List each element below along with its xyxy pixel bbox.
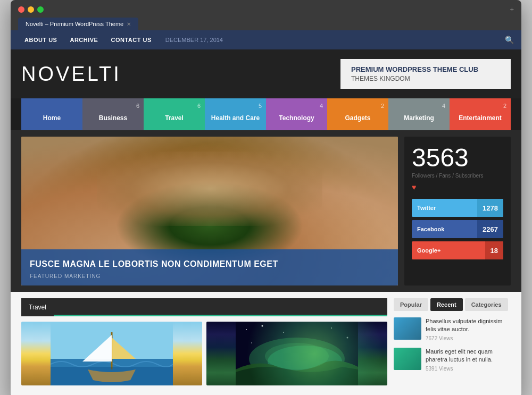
social-label: Followers / Fans / Subscribers (412, 173, 503, 179)
cat-health[interactable]: 5 Health and Care (205, 98, 266, 130)
featured-tag: FEATURED MARKETING (30, 273, 389, 279)
svg-rect-26 (51, 367, 173, 385)
sidebar-item-title-2: Mauris eget elit nec quam pharetra luctu… (426, 348, 511, 364)
sidebar-item-title-1: Phasellus vulputate dignissim felis vita… (426, 317, 511, 334)
lower-section: Travel (11, 292, 521, 395)
site-header: NOVELTI PREMIUM WORDPRESS THEME CLUB THE… (11, 49, 521, 98)
twitter-count: 1278 (477, 199, 503, 217)
featured-post[interactable]: FUSCE MAGNA LE LOBORTIS NON CONDIMENTUM … (21, 137, 398, 285)
sidebar-tabs: Popular Recent Categories (394, 298, 511, 311)
tab-label: Novelti – Premium WordPress Theme (26, 21, 123, 27)
travel-thumb-space[interactable] (206, 322, 387, 385)
svg-point-35 (268, 346, 342, 377)
twitter-row[interactable]: Twitter 1278 (412, 199, 503, 217)
travel-thumb-sailing[interactable] (21, 322, 202, 385)
space-illustration (206, 322, 387, 385)
cat-tech-count: 4 (320, 103, 323, 109)
tab-recent[interactable]: Recent (430, 298, 463, 311)
minimize-dot[interactable] (28, 6, 34, 13)
browser-chrome: + Novelti – Premium WordPress Theme ✕ (11, 0, 521, 30)
close-dot[interactable] (18, 6, 24, 13)
cat-marketing-count: 4 (442, 103, 445, 109)
nav-archive[interactable]: ARCHIVE (63, 30, 104, 49)
cat-travel-count: 6 (197, 103, 201, 109)
facebook-count: 2267 (477, 220, 503, 238)
nav-contact[interactable]: CONTACT US (104, 30, 157, 49)
cat-marketing[interactable]: 4 Marketing (388, 98, 450, 130)
browser-tabs: Novelti – Premium WordPress Theme ✕ (18, 18, 514, 30)
ad-title: PREMIUM WORDPRESS THEME CLUB (351, 65, 500, 73)
nav-links: ABOUT US ARCHIVE CONTACT US (18, 30, 158, 49)
maximize-dot[interactable] (37, 6, 44, 13)
svg-point-30 (283, 332, 284, 333)
cat-home-label: Home (43, 114, 61, 122)
svg-point-9 (182, 221, 216, 250)
cat-business-label: Business (99, 114, 127, 122)
nav-date: DECEMBER 17, 2014 (165, 37, 223, 43)
svg-point-32 (347, 337, 348, 339)
top-nav: ABOUT US ARCHIVE CONTACT US DECEMBER 17,… (11, 30, 521, 49)
svg-point-34 (249, 338, 345, 380)
cat-tech[interactable]: 4 Technology (266, 98, 327, 130)
sidebar-thumb-2 (394, 348, 421, 370)
cat-health-count: 5 (259, 103, 262, 109)
tab-close-icon[interactable]: ✕ (127, 21, 131, 27)
ad-subtitle: THEMES KINGDOM (351, 75, 500, 82)
featured-title: FUSCE MAGNA LE LOBORTIS NON CONDIMENTUM … (30, 259, 389, 270)
sidebar-item-2[interactable]: Mauris eget elit nec quam pharetra luctu… (394, 348, 511, 372)
social-total-count: 3563 (412, 145, 503, 171)
cat-entertainment-count: 2 (503, 103, 506, 109)
active-tab[interactable]: Novelti – Premium WordPress Theme ✕ (18, 18, 138, 30)
cat-health-label: Health and Care (211, 114, 260, 122)
cat-travel-label: Travel (165, 114, 184, 122)
google-row[interactable]: Google+ 18 (412, 241, 503, 259)
tab-categories[interactable]: Categories (465, 298, 508, 311)
cat-gadgets-count: 2 (381, 103, 384, 109)
nav-about[interactable]: ABOUT US (18, 30, 63, 49)
travel-grid (21, 322, 387, 385)
cat-entertainment[interactable]: 2 Entertainment (450, 98, 511, 130)
google-label: Google+ (412, 247, 485, 254)
cat-entertainment-label: Entertainment (459, 114, 502, 122)
browser-controls: + (18, 5, 514, 13)
svg-point-10 (210, 216, 244, 245)
category-nav: Home 6 Business 6 Travel 5 Health and Ca… (11, 98, 521, 130)
travel-accent (54, 315, 387, 316)
main-content: FUSCE MAGNA LE LOBORTIS NON CONDIMENTUM … (11, 130, 521, 292)
article-sidebar: Popular Recent Categories Phasellus vulp… (394, 298, 511, 392)
facebook-row[interactable]: Facebook 2267 (412, 220, 503, 238)
search-icon[interactable]: 🔍 (505, 36, 514, 44)
sidebar-item-meta-2: 5391 Views (426, 366, 511, 372)
svg-point-28 (246, 329, 247, 330)
browser-window: + Novelti – Premium WordPress Theme ✕ AB… (11, 0, 521, 395)
travel-section-label: Travel (21, 304, 54, 311)
sidebar-item-text-1: Phasellus vulputate dignissim felis vita… (426, 317, 511, 341)
cat-home[interactable]: Home (21, 98, 82, 130)
cat-marketing-label: Marketing (404, 114, 434, 122)
sailing-illustration (21, 322, 202, 385)
svg-rect-27 (236, 322, 358, 385)
facebook-label: Facebook (412, 226, 477, 232)
site-logo: NOVELTI (21, 63, 121, 86)
new-tab-button[interactable]: + (510, 5, 514, 13)
sidebar-thumb-1 (394, 317, 421, 340)
google-count: 18 (485, 241, 503, 259)
svg-point-11 (196, 213, 223, 230)
cat-business-count: 6 (136, 103, 139, 109)
travel-header: Travel (21, 298, 387, 316)
travel-section: Travel (21, 298, 387, 392)
tab-popular[interactable]: Popular (394, 298, 428, 311)
cat-gadgets[interactable]: 2 Gadgets (327, 98, 388, 130)
cat-tech-label: Technology (279, 114, 314, 122)
cat-travel[interactable]: 6 Travel (144, 98, 205, 130)
heart-icon: ♥ (412, 183, 503, 191)
header-advertisement: PREMIUM WORDPRESS THEME CLUB THEMES KING… (340, 59, 511, 89)
cat-business[interactable]: 6 Business (82, 98, 144, 130)
sidebar-item-meta-1: 7672 Views (426, 335, 511, 341)
featured-caption: FUSCE MAGNA LE LOBORTIS NON CONDIMENTUM … (21, 249, 398, 285)
site-wrapper: ABOUT US ARCHIVE CONTACT US DECEMBER 17,… (11, 30, 521, 395)
svg-point-36 (265, 343, 329, 369)
sidebar-item-1[interactable]: Phasellus vulputate dignissim felis vita… (394, 317, 511, 341)
cat-gadgets-label: Gadgets (345, 114, 370, 122)
svg-point-29 (262, 325, 263, 327)
